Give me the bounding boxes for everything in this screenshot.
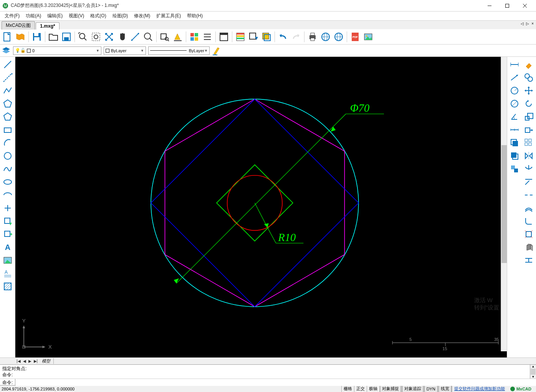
drawing-canvas[interactable]: Φ70 R10 X Y bbox=[15, 57, 507, 357]
menu-edit[interactable]: 编辑(E) bbox=[44, 12, 66, 20]
zoom-region-button[interactable] bbox=[90, 31, 102, 43]
save-button[interactable] bbox=[31, 31, 43, 43]
vertical-scrollbar[interactable] bbox=[501, 57, 507, 351]
list-button[interactable] bbox=[202, 31, 213, 43]
xline-tool[interactable] bbox=[2, 71, 14, 84]
fillet-tool[interactable] bbox=[523, 215, 535, 227]
menu-modify[interactable]: 修改(M) bbox=[131, 12, 153, 20]
polygon2-tool[interactable] bbox=[2, 111, 14, 123]
line-tool[interactable] bbox=[2, 58, 14, 71]
break-tool[interactable] bbox=[523, 189, 535, 201]
web-button[interactable] bbox=[320, 31, 331, 43]
zoom-window-button[interactable] bbox=[77, 31, 89, 43]
pan-button[interactable] bbox=[116, 31, 128, 43]
ellipse-tool[interactable] bbox=[2, 176, 14, 188]
block-create-tool[interactable] bbox=[2, 228, 14, 240]
osnap-toggle[interactable]: 对象捕捉 bbox=[380, 385, 401, 392]
dim-diameter-tool[interactable] bbox=[508, 98, 521, 110]
polygon-tool[interactable] bbox=[2, 98, 14, 110]
scale-tool[interactable] bbox=[523, 111, 535, 123]
mtext-tool[interactable]: A bbox=[2, 267, 14, 280]
dim-aligned-tool[interactable] bbox=[508, 71, 521, 84]
brand-label[interactable]: MxCAD bbox=[507, 386, 534, 392]
circle-tool[interactable] bbox=[2, 150, 14, 162]
close-button[interactable] bbox=[516, 0, 534, 12]
erase-tool[interactable] bbox=[523, 58, 535, 71]
highlight-button[interactable] bbox=[172, 31, 184, 43]
model-tab-first-icon[interactable]: |◀ bbox=[15, 359, 22, 363]
command-input[interactable] bbox=[15, 379, 536, 386]
tab-current-file[interactable]: 1.mxg* bbox=[36, 22, 59, 30]
command-scrollbar[interactable]: ▲ ▼ bbox=[530, 365, 536, 379]
dim-continue-tool[interactable] bbox=[508, 124, 521, 136]
palette-button[interactable] bbox=[189, 31, 200, 43]
offset-tool[interactable] bbox=[523, 202, 535, 214]
maximize-button[interactable] bbox=[498, 0, 516, 12]
menu-function[interactable]: 功能(A) bbox=[23, 12, 44, 20]
grid-toggle[interactable]: 栅格 bbox=[341, 385, 354, 392]
rotate-tool[interactable] bbox=[523, 98, 535, 110]
new-file-button[interactable] bbox=[2, 31, 13, 43]
dyn-toggle[interactable]: DYN bbox=[424, 385, 438, 392]
find-button[interactable] bbox=[159, 31, 170, 43]
trim-tool[interactable] bbox=[523, 163, 535, 175]
feedback-link[interactable]: 提交软件问题或增加新功能 bbox=[452, 385, 507, 392]
dim-linear-tool[interactable] bbox=[508, 58, 521, 71]
minimize-button[interactable] bbox=[481, 0, 498, 12]
lineweight-button[interactable] bbox=[212, 46, 221, 55]
polar-toggle[interactable]: 极轴 bbox=[367, 385, 379, 392]
zoom-extents-button[interactable] bbox=[103, 31, 115, 43]
bring-front-tool[interactable] bbox=[508, 137, 521, 149]
menu-format[interactable]: 格式(O) bbox=[87, 12, 109, 20]
join-tool[interactable] bbox=[523, 254, 535, 266]
web2-button[interactable] bbox=[333, 31, 344, 43]
print-button[interactable] bbox=[307, 31, 318, 43]
batch-button[interactable] bbox=[261, 31, 272, 43]
mirror-tool[interactable] bbox=[523, 150, 535, 162]
model-tab[interactable]: 模型 bbox=[39, 358, 54, 364]
menu-draw[interactable]: 绘图(D) bbox=[109, 12, 131, 20]
tab-cloud[interactable]: MxCAD云图 bbox=[2, 21, 35, 30]
spline-tool[interactable] bbox=[2, 163, 14, 175]
menu-view[interactable]: 视图(V) bbox=[66, 12, 87, 20]
color-selector[interactable]: ByLayer ▼ bbox=[104, 46, 146, 55]
send-back-tool[interactable] bbox=[508, 150, 521, 162]
menu-help[interactable]: 帮助(H) bbox=[184, 12, 206, 20]
rectangle-tool[interactable] bbox=[2, 124, 14, 136]
layer-manager-button[interactable] bbox=[2, 46, 11, 55]
open-map-button[interactable] bbox=[15, 31, 26, 43]
polyline-tool[interactable] bbox=[2, 84, 14, 97]
tab-close-icon[interactable]: × bbox=[531, 22, 534, 26]
redo-button[interactable] bbox=[290, 31, 302, 43]
explode-tool[interactable] bbox=[523, 228, 535, 240]
otrack-toggle[interactable]: 对象追踪 bbox=[402, 385, 424, 392]
arc-tool[interactable] bbox=[2, 137, 14, 149]
layer-selector[interactable]: 💡🔓 0 ▼ bbox=[13, 46, 101, 55]
tab-nav-left-icon[interactable]: ◁ bbox=[520, 22, 524, 26]
hatch-tool[interactable] bbox=[2, 280, 14, 293]
group-tool[interactable] bbox=[508, 163, 521, 175]
3d-tool[interactable] bbox=[523, 241, 535, 253]
menu-extend[interactable]: 扩展工具(E) bbox=[153, 12, 184, 20]
properties-button[interactable] bbox=[235, 31, 246, 43]
linetype-selector[interactable]: ByLayer ▼ bbox=[148, 46, 210, 55]
stretch-tool[interactable] bbox=[523, 124, 535, 136]
tab-nav-right-icon[interactable]: ▷ bbox=[525, 22, 530, 26]
image-button[interactable] bbox=[362, 31, 374, 43]
move-tool[interactable] bbox=[523, 84, 535, 97]
ortho-toggle[interactable]: 正交 bbox=[354, 385, 367, 392]
model-tab-next-icon[interactable]: ▶ bbox=[27, 359, 33, 363]
model-tab-prev-icon[interactable]: ◀ bbox=[22, 359, 27, 363]
open-folder-button[interactable] bbox=[48, 31, 59, 43]
window-button[interactable] bbox=[218, 31, 230, 43]
text-tool[interactable]: A bbox=[2, 241, 14, 253]
menu-file[interactable]: 文件(F) bbox=[2, 12, 23, 20]
measure-button[interactable] bbox=[129, 31, 141, 43]
ellipse-arc-tool[interactable] bbox=[2, 189, 14, 201]
point-tool[interactable] bbox=[2, 202, 14, 214]
block-insert-tool[interactable] bbox=[2, 215, 14, 227]
lwt-toggle[interactable]: 线宽 bbox=[438, 385, 452, 392]
export-button[interactable] bbox=[248, 31, 259, 43]
dim-angular-tool[interactable] bbox=[508, 111, 521, 123]
undo-button[interactable] bbox=[277, 31, 289, 43]
